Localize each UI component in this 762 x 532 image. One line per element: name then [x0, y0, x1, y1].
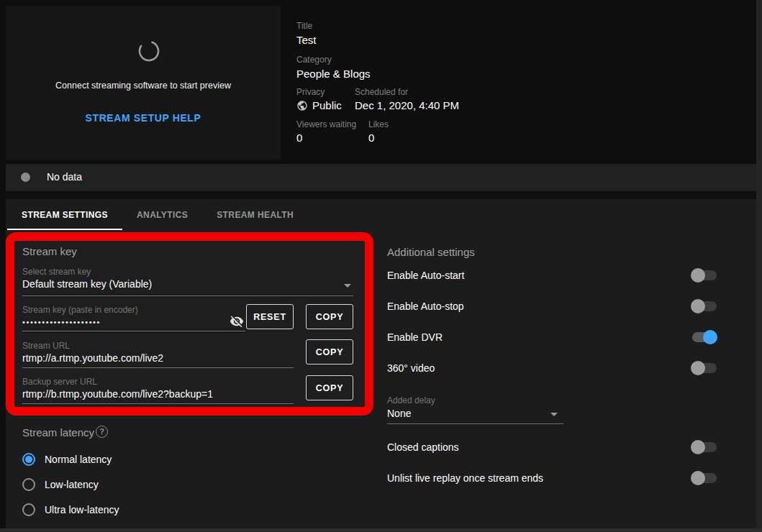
unlist-replay-label: Unlist live replay once stream ends	[387, 472, 543, 484]
viewers-waiting-label: Viewers waiting	[296, 119, 356, 129]
stream-latency-heading: Stream latency	[22, 426, 94, 439]
title-label: Title	[296, 21, 312, 31]
closed-captions-label: Closed captions	[387, 441, 459, 453]
radio-normal-latency[interactable]	[22, 453, 35, 466]
enable-auto-stop-label: Enable Auto-stop	[387, 301, 464, 312]
tab-bar: STREAM SETTINGS ANALYTICS STREAM HEALTH	[7, 199, 308, 230]
stream-url-field: rtmp://a.rtmp.youtube.com/live2	[22, 349, 294, 368]
stream-key-card: Stream key Select stream key Default str…	[14, 232, 373, 410]
stream-preview-panel: Connect streaming software to start prev…	[6, 6, 281, 160]
video-360-label: 360° video	[387, 362, 435, 374]
privacy-value: Public	[312, 99, 342, 111]
stream-setup-help-link[interactable]: STREAM SETUP HELP	[6, 112, 281, 124]
enable-auto-start-toggle[interactable]	[691, 268, 717, 283]
enable-dvr-toggle[interactable]	[691, 330, 717, 344]
radio-low-latency[interactable]	[22, 478, 35, 491]
tab-stream-health[interactable]: STREAM HEALTH	[202, 199, 308, 230]
added-delay-select[interactable]: None	[387, 405, 563, 424]
copy-backup-url-button[interactable]: COPY	[306, 375, 353, 400]
stream-key-masked-value: ••••••••••••••••••••	[22, 318, 101, 326]
stream-key-select[interactable]: Default stream key (Variable)	[22, 277, 353, 296]
viewers-waiting-count: 0	[296, 132, 302, 144]
scheduled-label: Scheduled for	[355, 87, 408, 97]
bottom-edge	[0, 528, 762, 532]
added-delay-label: Added delay	[387, 395, 435, 405]
stream-info-panel: Title Test Category People & Blogs Priva…	[296, 0, 757, 160]
unlist-replay-toggle[interactable]	[691, 471, 717, 485]
radio-normal-latency-label: Normal latency	[45, 454, 112, 465]
visibility-off-icon[interactable]	[230, 314, 244, 329]
copy-stream-url-button[interactable]: COPY	[306, 339, 353, 364]
enable-dvr-label: Enable DVR	[387, 331, 443, 343]
toggle-knob	[703, 330, 717, 344]
copy-stream-key-button[interactable]: COPY	[306, 304, 353, 329]
stream-status-bar: No data	[6, 164, 756, 191]
additional-settings-heading: Additional settings	[387, 246, 475, 258]
dropdown-arrow-icon	[344, 284, 351, 288]
privacy-label: Privacy	[296, 87, 325, 97]
stream-category: People & Blogs	[296, 68, 371, 80]
preview-message: Connect streaming software to start prev…	[6, 81, 281, 91]
closed-captions-toggle[interactable]	[691, 440, 717, 454]
live-stream-dashboard: Connect streaming software to start prev…	[0, 0, 762, 532]
category-label: Category	[296, 55, 332, 65]
stream-key-select-value: Default stream key (Variable)	[22, 278, 152, 290]
tab-analytics[interactable]: ANALYTICS	[122, 199, 202, 230]
settings-content: STREAM SETTINGS ANALYTICS STREAM HEALTH …	[6, 199, 756, 528]
radio-low-latency-label: Low-latency	[45, 479, 99, 490]
public-globe-icon	[296, 100, 308, 111]
enable-auto-stop-toggle[interactable]	[691, 299, 717, 313]
status-dot-icon	[21, 173, 30, 182]
added-delay-value: None	[387, 408, 411, 419]
radio-ultra-low-latency[interactable]	[22, 503, 35, 516]
backup-url-field: rtmp://b.rtmp.youtube.com/live2?backup=1	[22, 385, 294, 404]
loading-spinner-icon	[137, 40, 160, 63]
scrollbar-track[interactable]	[756, 0, 762, 532]
likes-count: 0	[368, 132, 374, 144]
toggle-knob	[691, 299, 705, 313]
scheduled-value: Dec 1, 2020, 4:40 PM	[355, 99, 459, 111]
backup-url-value: rtmp://b.rtmp.youtube.com/live2?backup=1	[22, 388, 213, 400]
status-text: No data	[47, 171, 82, 183]
dropdown-arrow-icon	[550, 413, 558, 416]
tab-stream-settings[interactable]: STREAM SETTINGS	[7, 199, 122, 230]
radio-ultra-low-latency-label: Ultra low-latency	[45, 504, 119, 515]
toggle-knob	[691, 471, 705, 485]
video-360-toggle[interactable]	[691, 361, 717, 375]
reset-button[interactable]: RESET	[246, 304, 294, 329]
help-icon[interactable]: ?	[96, 426, 108, 438]
stream-key-heading: Stream key	[22, 245, 77, 257]
stream-key-field: ••••••••••••••••••••	[22, 313, 245, 331]
stream-url-value: rtmp://a.rtmp.youtube.com/live2	[22, 352, 163, 364]
toggle-knob	[691, 361, 705, 375]
toggle-knob	[691, 440, 705, 454]
toggle-knob	[691, 268, 705, 283]
likes-label: Likes	[368, 119, 389, 129]
stream-title: Test	[296, 34, 317, 46]
select-stream-key-label: Select stream key	[22, 267, 91, 277]
enable-auto-start-label: Enable Auto-start	[387, 270, 464, 281]
